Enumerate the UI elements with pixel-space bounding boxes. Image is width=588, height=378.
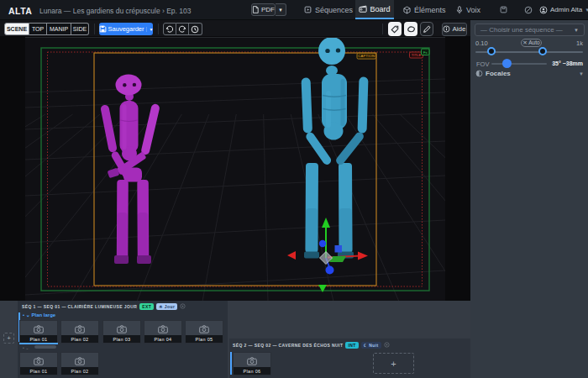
svg-text:CAPTION: CAPTION — [358, 54, 375, 58]
svg-text:TITLE: TITLE — [412, 53, 422, 57]
svg-text:Fs: Fs — [423, 50, 427, 54]
